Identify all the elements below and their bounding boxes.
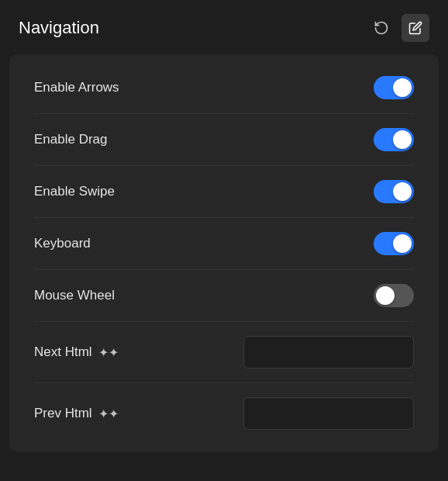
row-mouse-wheel: Mouse Wheel <box>9 270 439 321</box>
toggle-enable-arrows[interactable] <box>374 76 414 99</box>
label-next-html: Next Html ✦✦ <box>34 344 119 360</box>
edit-button[interactable] <box>401 14 429 42</box>
label-enable-arrows: Enable Arrows <box>34 80 119 95</box>
settings-panel: Enable Arrows Enable Drag Enable Swipe <box>9 54 439 452</box>
toggle-keyboard[interactable] <box>374 232 414 255</box>
label-enable-drag: Enable Drag <box>34 132 108 147</box>
toggle-keyboard-slider <box>374 232 414 255</box>
label-mouse-wheel: Mouse Wheel <box>34 288 115 303</box>
toggle-enable-swipe[interactable] <box>374 180 414 203</box>
header-actions <box>367 14 429 42</box>
reset-button[interactable] <box>367 14 395 42</box>
toggle-enable-drag[interactable] <box>374 128 414 151</box>
toggle-mouse-wheel[interactable] <box>374 284 414 307</box>
row-keyboard: Keyboard <box>9 218 439 269</box>
input-prev-html[interactable] <box>243 397 414 430</box>
page-title: Navigation <box>19 18 99 38</box>
toggle-enable-drag-knob <box>393 130 412 149</box>
toggle-enable-arrows-knob <box>393 78 412 97</box>
sparkle-icon-next: ✦✦ <box>98 345 119 360</box>
toggle-enable-arrows-slider <box>374 76 414 99</box>
edit-icon <box>408 21 422 35</box>
header: Navigation <box>0 0 448 54</box>
toggle-mouse-wheel-knob <box>376 286 395 305</box>
row-enable-drag: Enable Drag <box>9 114 439 165</box>
row-next-html: Next Html ✦✦ <box>9 322 439 382</box>
toggle-keyboard-knob <box>393 234 412 253</box>
row-enable-arrows: Enable Arrows <box>9 62 439 113</box>
label-enable-swipe: Enable Swipe <box>34 184 115 199</box>
label-prev-html: Prev Html ✦✦ <box>34 406 119 421</box>
app-container: Navigation Enable Arrows <box>0 0 448 452</box>
sparkle-icon-prev: ✦✦ <box>98 407 119 421</box>
reset-icon <box>374 20 389 36</box>
toggle-enable-swipe-slider <box>374 180 414 203</box>
toggle-enable-swipe-knob <box>393 182 412 201</box>
row-prev-html: Prev Html ✦✦ <box>9 383 439 444</box>
toggle-enable-drag-slider <box>374 128 414 151</box>
label-keyboard: Keyboard <box>34 236 91 251</box>
toggle-mouse-wheel-slider <box>374 284 414 307</box>
input-next-html[interactable] <box>243 336 414 369</box>
row-enable-swipe: Enable Swipe <box>9 166 439 217</box>
